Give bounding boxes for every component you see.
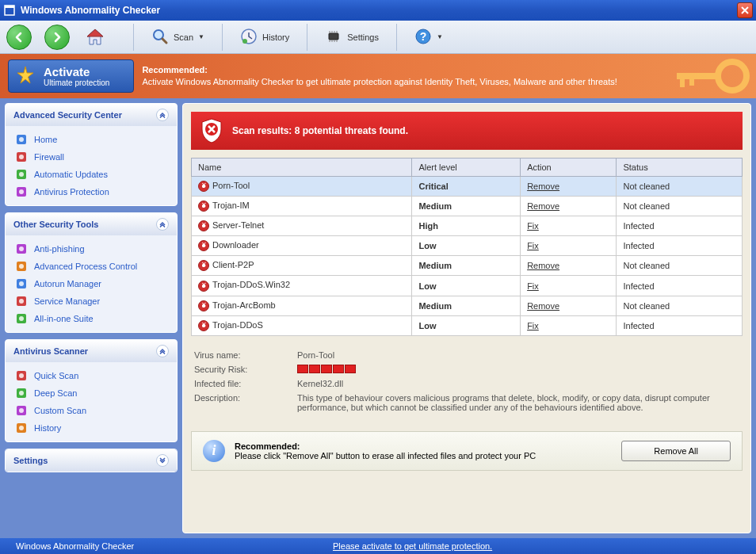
sidebar-item[interactable]: Service Manager [12,292,170,310]
toolbar-separator [307,24,307,51]
scan-button[interactable]: Scan ▼ [143,25,212,50]
sidebar-item[interactable]: Advanced Process Control [12,258,170,275]
sidebar-item-label: Service Manager [34,296,100,306]
action-link[interactable]: Fix [527,221,539,231]
threat-icon [198,240,209,251]
action-cell: Fix [521,315,617,335]
panel-header[interactable]: Antivirus Scanner [6,340,177,362]
sidebar-item-icon [15,295,28,308]
threat-icon [198,260,209,271]
action-link[interactable]: Remove [527,201,559,211]
app-icon [3,4,16,17]
panel-header[interactable]: Other Security Tools [6,213,177,235]
action-link[interactable]: Fix [527,241,539,250]
chip-icon [325,28,342,47]
svg-point-37 [19,426,24,430]
back-button[interactable] [6,25,32,50]
sidebar-item-label: Home [34,135,57,144]
table-header[interactable]: Status [617,159,743,177]
help-button[interactable]: ? ▼ [407,25,451,50]
table-row[interactable]: Client-P2PMediumRemoveNot cleaned [192,256,743,276]
svg-rect-5 [329,33,338,40]
virus-name-value: Porn-Tool [297,350,739,360]
toolbar-separator [222,24,223,51]
table-row[interactable]: Trojan-ArcBombMediumRemoveNot cleaned [192,296,743,315]
sidebar-item[interactable]: Deep Scan [12,384,170,402]
forward-button[interactable] [44,25,70,50]
table-header[interactable]: Name [192,159,412,177]
sidebar-item[interactable]: Autorun Manager [12,275,170,292]
action-link[interactable]: Fix [527,321,539,330]
threat-icon [198,181,209,192]
panel-body: Quick ScanDeep ScanCustom ScanHistory [6,362,177,441]
svg-rect-10 [680,79,685,87]
sidebar-item[interactable]: Home [12,131,170,148]
table-row[interactable]: Porn-ToolCriticalRemoveNot cleaned [192,177,743,197]
svg-point-8 [718,62,746,90]
panel-header[interactable]: Advanced Security Center [6,104,177,126]
sidebar-item[interactable]: Anti-phishing [12,240,170,258]
sidebar-item-icon [15,185,28,198]
body: Advanced Security CenterHomeFirewallAuto… [0,98,756,538]
table-row[interactable]: DownloaderLowFixInfected [192,236,743,256]
sidebar-item[interactable]: Quick Scan [12,367,170,384]
file-value: Kernel32.dll [297,379,739,388]
sidebar-panel: Other Security ToolsAnti-phishingAdvance… [5,212,178,333]
main-content: Scan results: 8 potential threats found.… [182,103,751,533]
recommend-body: Please click "Remove All" button to eras… [235,451,612,460]
toolbar-separator [133,24,134,51]
alert-level-cell: Low [412,276,521,296]
alert-level-cell: High [412,216,521,236]
table-row[interactable]: Server-TelnetHighFixInfected [192,216,743,236]
status-cell: Not cleaned [617,296,743,315]
sidebar-item[interactable]: Custom Scan [12,402,170,419]
table-row[interactable]: Trojan-DDoSLowFixInfected [192,315,743,335]
sidebar-item[interactable]: Automatic Updates [12,166,170,183]
sidebar-item[interactable]: All-in-one Suite [12,310,170,327]
statusbar-activate-link[interactable]: Please activate to get ultimate protecti… [333,541,492,551]
recommend-banner: Activate Ultimate protection Recommended… [0,54,756,98]
recommend-text: Recommended: Please click "Remove All" b… [235,441,612,460]
results-table: NameAlert levelActionStatus Porn-ToolCri… [191,158,743,336]
sidebar-item[interactable]: Antivirus Protection [12,183,170,201]
alert-level-cell: Medium [412,296,521,315]
action-link[interactable]: Fix [527,281,539,291]
settings-label: Settings [347,32,379,42]
sidebar-item-label: Custom Scan [34,406,86,415]
sidebar-panel: Advanced Security CenterHomeFirewallAuto… [5,103,178,206]
sidebar-item-label: Quick Scan [34,371,78,380]
panel-header[interactable]: Settings [6,449,177,472]
titlebar: Windows Abnormality Checker [0,0,756,21]
history-button[interactable]: History [232,25,297,50]
svg-rect-9 [677,73,721,79]
action-cell: Fix [521,236,617,256]
sidebar-item-label: Autorun Manager [34,279,101,288]
sidebar: Advanced Security CenterHomeFirewallAuto… [5,103,178,533]
sidebar-panel: Antivirus ScannerQuick ScanDeep ScanCust… [5,339,178,442]
sidebar-item[interactable]: History [12,419,170,437]
sidebar-item-icon [15,422,28,434]
svg-point-15 [19,155,24,159]
sidebar-item-icon [15,387,28,399]
sidebar-item[interactable]: Firewall [12,148,170,166]
svg-point-21 [19,246,24,251]
action-link[interactable]: Remove [527,261,559,270]
remove-all-button[interactable]: Remove All [621,441,731,461]
table-row[interactable]: Trojan-DDoS.Win32LowFixInfected [192,276,743,296]
threat-icon [198,220,209,231]
table-header[interactable]: Alert level [412,159,521,177]
table-header[interactable]: Action [521,159,617,177]
activate-button[interactable]: Activate Ultimate protection [8,59,134,93]
threat-name-cell: Trojan-DDoS [192,315,412,335]
home-button[interactable] [82,25,108,50]
table-row[interactable]: Trojan-IMMediumRemoveNot cleaned [192,197,743,216]
close-button[interactable] [737,2,753,18]
sidebar-item-icon [15,168,28,181]
settings-button[interactable]: Settings [317,25,387,50]
sidebar-item-label: Automatic Updates [34,170,108,179]
sidebar-item-label: Deep Scan [34,388,77,398]
sidebar-item-icon [15,151,28,163]
panel-body: Anti-phishingAdvanced Process ControlAut… [6,235,177,332]
action-link[interactable]: Remove [527,181,559,191]
action-link[interactable]: Remove [527,301,559,311]
